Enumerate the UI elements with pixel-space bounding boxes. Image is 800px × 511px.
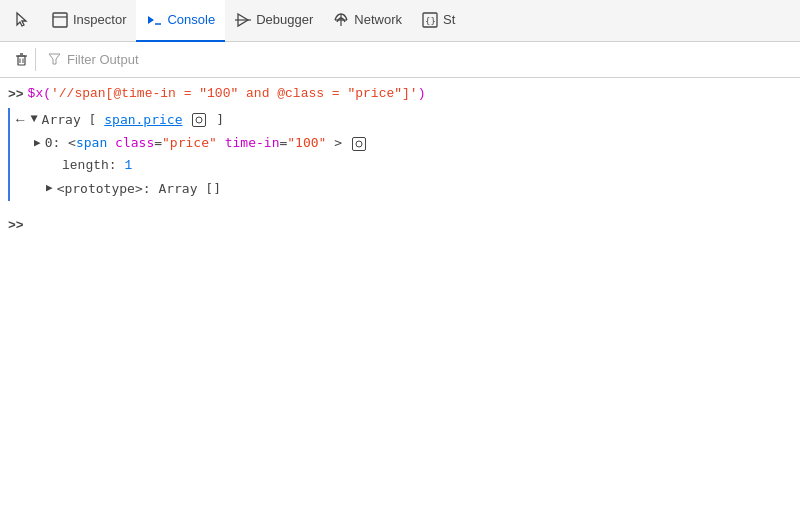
tab-cursor[interactable]	[4, 0, 42, 42]
svg-marker-15	[49, 54, 60, 64]
class-ref[interactable]: span.price	[104, 112, 182, 127]
debugger-icon	[235, 12, 251, 28]
input-command: $x('//span[@time-in = "100" and @class =…	[28, 86, 426, 101]
expand-arrow-array[interactable]: ▼	[30, 110, 37, 129]
console-input-text: $x('//span[@time-in = "100" and @class =…	[28, 84, 426, 105]
filter-bar: Filter Output	[0, 42, 800, 78]
array-item-0: ▶ 0: <span class="price" time-in="100" >	[10, 132, 800, 155]
array-root-line: ← ▼ Array [ span.price ]	[10, 108, 800, 132]
filter-placeholder: Filter Output	[67, 52, 139, 67]
inspector-icon	[52, 12, 68, 28]
expand-arrow-item[interactable]: ▶	[34, 135, 41, 153]
trash-icon	[14, 52, 29, 67]
tab-network[interactable]: Network	[323, 0, 412, 42]
svg-marker-2	[148, 16, 154, 24]
array-label: Array [ span.price ]	[42, 110, 224, 131]
style-label: St	[443, 12, 455, 27]
output-block: ← ▼ Array [ span.price ] ▶ 0: <span clas…	[8, 108, 800, 201]
network-label: Network	[354, 12, 402, 27]
svg-text:{}: {}	[425, 16, 436, 26]
empty-prompt: >>	[8, 216, 24, 237]
prototype-content: <prototype>: Array []	[57, 179, 221, 200]
input-prompt: >>	[8, 85, 24, 106]
debugger-label: Debugger	[256, 12, 313, 27]
style-icon: {}	[422, 12, 438, 28]
length-line: length: 1	[10, 155, 800, 178]
filter-input-wrap: Filter Output	[48, 52, 792, 67]
filter-icon	[48, 53, 61, 66]
clear-console-button[interactable]	[8, 48, 36, 71]
console-input-line: >> $x('//span[@time-in = "100" and @clas…	[0, 82, 800, 108]
prototype-line: ▶ <prototype>: Array []	[10, 178, 800, 201]
network-icon	[333, 12, 349, 28]
tab-console[interactable]: Console	[136, 0, 225, 42]
target-icon-item[interactable]	[352, 137, 366, 151]
back-arrow: ←	[16, 109, 24, 131]
target-icon-array[interactable]	[192, 113, 206, 127]
inspector-label: Inspector	[73, 12, 126, 27]
svg-rect-0	[53, 13, 67, 27]
tab-style[interactable]: {} St	[412, 0, 465, 42]
tab-inspector[interactable]: Inspector	[42, 0, 136, 42]
devtools-toolbar: Inspector Console Debugger Network {}	[0, 0, 800, 42]
console-icon	[146, 12, 162, 28]
tab-debugger[interactable]: Debugger	[225, 0, 323, 42]
cursor-icon	[14, 11, 32, 29]
console-label: Console	[167, 12, 215, 27]
length-value: 1	[124, 158, 132, 173]
item-content: 0: <span class="price" time-in="100" >	[45, 133, 368, 154]
item-index: 0:	[45, 135, 68, 150]
svg-rect-10	[18, 56, 25, 65]
empty-prompt-line: >>	[0, 209, 800, 243]
console-output: >> $x('//span[@time-in = "100" and @clas…	[0, 78, 800, 246]
expand-arrow-proto[interactable]: ▶	[46, 180, 53, 198]
